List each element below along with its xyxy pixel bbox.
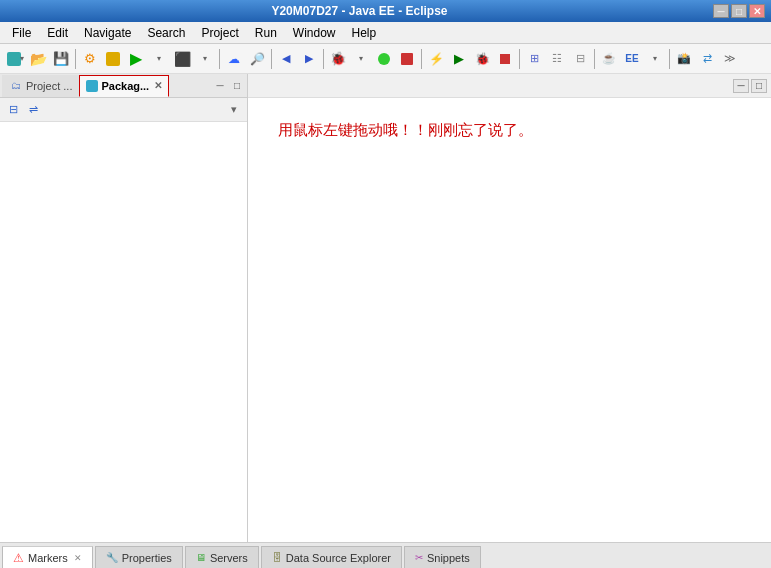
editor-minimize-button[interactable]: ─ — [733, 79, 749, 93]
tab-servers-label: Servers — [210, 552, 248, 564]
run-dropdown[interactable]: ▾ — [148, 48, 170, 70]
window-title: Y20M07D27 - Java EE - Eclipse — [6, 4, 713, 18]
stop-button[interactable]: ⬛ — [171, 48, 193, 70]
sep5 — [421, 49, 422, 69]
perspective-btn1[interactable]: ⊞ — [523, 48, 545, 70]
sep8 — [669, 49, 670, 69]
properties-icon: 🔧 — [106, 552, 118, 563]
tab-servers[interactable]: 🖥 Servers — [185, 546, 259, 568]
run-button[interactable]: ▶ — [125, 48, 147, 70]
view-menu-button[interactable]: ▾ — [225, 101, 243, 119]
collapse-all-button[interactable]: ⊟ — [4, 101, 22, 119]
debug-button[interactable]: 🐞 — [327, 48, 349, 70]
sep3 — [271, 49, 272, 69]
tab-datasource-label: Data Source Explorer — [286, 552, 391, 564]
open-resource[interactable]: 🔎 — [246, 48, 268, 70]
tab-package-label: Packag... — [101, 80, 149, 92]
snippets-icon: ✂ — [415, 552, 423, 563]
menu-navigate[interactable]: Navigate — [76, 22, 139, 43]
prev-edit[interactable]: ◀ — [275, 48, 297, 70]
open-button[interactable]: 📂 — [27, 48, 49, 70]
minimize-panel-button[interactable]: ─ — [212, 78, 228, 94]
main-toolbar: ▾ 📂 💾 ⚙ ▶ ▾ ⬛ ▾ ☁ 🔎 ◀ ▶ 🐞 ▾ ⚡ ▶ 🐞 ⊞ ☷ ⊟ … — [0, 44, 771, 74]
tab-markers-label: Markers — [28, 552, 68, 564]
open-type[interactable]: ☁ — [223, 48, 245, 70]
panel-toolbar: ⊟ ⇌ ▾ — [0, 98, 247, 122]
panel-view-controls: ─ □ — [212, 78, 245, 94]
panel-content — [0, 122, 247, 542]
perspective-btn2[interactable]: ☷ — [546, 48, 568, 70]
menu-run[interactable]: Run — [247, 22, 285, 43]
markers-icon: ⚠ — [13, 551, 24, 565]
refresh-button[interactable]: ⚙ — [79, 48, 101, 70]
tab-project-label: Project ... — [26, 80, 72, 92]
maximize-panel-button[interactable]: □ — [229, 78, 245, 94]
tab-package-explorer[interactable]: Packag... ✕ — [79, 75, 169, 97]
tab-markers-close[interactable]: ✕ — [74, 553, 82, 563]
java-persp[interactable]: ☕ — [598, 48, 620, 70]
synced-btn[interactable]: ⇄ — [696, 48, 718, 70]
next-edit[interactable]: ▶ — [298, 48, 320, 70]
perspective-btn3[interactable]: ⊟ — [569, 48, 591, 70]
project-explorer-icon: 🗂 — [9, 79, 23, 93]
menu-window[interactable]: Window — [285, 22, 344, 43]
persp-dropdown[interactable]: ▾ — [644, 48, 666, 70]
main-area: 🗂 Project ... Packag... ✕ ─ □ ⊟ ⇌ ▾ ─ □ — [0, 74, 771, 542]
menu-bar: File Edit Navigate Search Project Run Wi… — [0, 22, 771, 44]
editor-panel: ─ □ 用鼠标左键拖动哦！！刚刚忘了说了。 — [248, 74, 771, 542]
restore-button[interactable]: □ — [731, 4, 747, 18]
debug-run[interactable] — [373, 48, 395, 70]
editor-toolbar: ─ □ — [248, 74, 771, 98]
editor-content: 用鼠标左键拖动哦！！刚刚忘了说了。 — [248, 98, 771, 542]
datasource-icon: 🗄 — [272, 552, 282, 563]
minimize-button[interactable]: ─ — [713, 4, 729, 18]
servers-icon: 🖥 — [196, 552, 206, 563]
debug-stop[interactable] — [396, 48, 418, 70]
window-controls: ─ □ ✕ — [713, 4, 765, 18]
menu-search[interactable]: Search — [139, 22, 193, 43]
panel-tabs: 🗂 Project ... Packag... ✕ ─ □ — [0, 74, 247, 98]
server-start[interactable]: ▶ — [448, 48, 470, 70]
left-panel: 🗂 Project ... Packag... ✕ ─ □ ⊟ ⇌ ▾ — [0, 74, 248, 542]
tab-snippets-label: Snippets — [427, 552, 470, 564]
sep4 — [323, 49, 324, 69]
tab-project-explorer[interactable]: 🗂 Project ... — [2, 75, 79, 97]
server-debug[interactable]: 🐞 — [471, 48, 493, 70]
tab-markers[interactable]: ⚠ Markers ✕ — [2, 546, 93, 568]
tab-package-close[interactable]: ✕ — [154, 80, 162, 91]
server-stop[interactable] — [494, 48, 516, 70]
tab-datasource[interactable]: 🗄 Data Source Explorer — [261, 546, 402, 568]
package-explorer-icon — [86, 80, 98, 92]
bottom-tabs: ⚠ Markers ✕ 🔧 Properties 🖥 Servers 🗄 Dat… — [0, 542, 771, 568]
tab-snippets[interactable]: ✂ Snippets — [404, 546, 481, 568]
tab-properties[interactable]: 🔧 Properties — [95, 546, 183, 568]
profile-button[interactable]: ⚡ — [425, 48, 447, 70]
editor-maximize-button[interactable]: □ — [751, 79, 767, 93]
save-button[interactable]: 💾 — [50, 48, 72, 70]
menu-edit[interactable]: Edit — [39, 22, 76, 43]
javaee-persp[interactable]: EE — [621, 48, 643, 70]
stop-dropdown[interactable]: ▾ — [194, 48, 216, 70]
editor-text: 用鼠标左键拖动哦！！刚刚忘了说了。 — [278, 121, 533, 138]
tab-properties-label: Properties — [122, 552, 172, 564]
link-editor-button[interactable]: ⇌ — [24, 101, 42, 119]
menu-file[interactable]: File — [4, 22, 39, 43]
debug-dropdown[interactable]: ▾ — [350, 48, 372, 70]
title-bar: Y20M07D27 - Java EE - Eclipse ─ □ ✕ — [0, 0, 771, 22]
sep2 — [219, 49, 220, 69]
sep1 — [75, 49, 76, 69]
sep6 — [519, 49, 520, 69]
menu-project[interactable]: Project — [193, 22, 246, 43]
sep7 — [594, 49, 595, 69]
new-button[interactable]: ▾ — [4, 48, 26, 70]
menu-help[interactable]: Help — [344, 22, 385, 43]
snapshot-btn[interactable]: 📸 — [673, 48, 695, 70]
build-auto[interactable] — [102, 48, 124, 70]
more-btn[interactable]: ≫ — [719, 48, 741, 70]
close-button[interactable]: ✕ — [749, 4, 765, 18]
